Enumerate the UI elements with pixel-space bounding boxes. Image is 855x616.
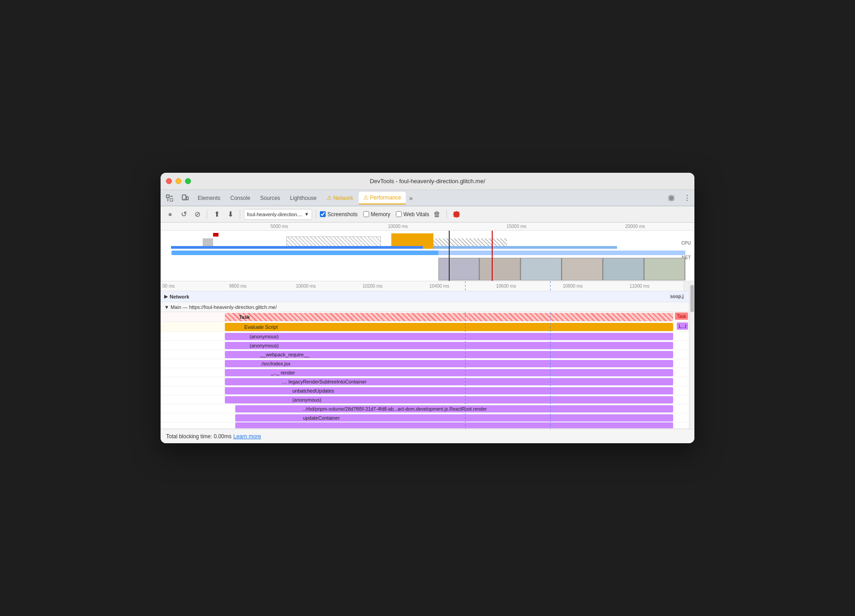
tab-actions: ⋮ [665,192,693,204]
flame-row-anon-1[interactable]: (anonymous) [161,332,694,341]
flame-row-eval[interactable]: Evaluate Script L...t [161,322,694,332]
svg-rect-5 [186,197,188,200]
more-vert-btn[interactable]: ⋮ [681,192,693,204]
capture-settings-button[interactable] [451,208,462,220]
ruler-marks: 5000 ms 10000 ms 15000 ms 20000 ms [161,224,694,229]
network-section-header[interactable]: ▶ Network soop.j [161,291,694,302]
clear-recordings-button[interactable]: 🗑 [431,208,443,220]
screenshots-checkbox[interactable] [320,211,326,217]
flame-row-reactroot[interactable]: ../rbd/pnpm-volume/28d7f85f-31d7-4fd8-ab… [161,404,694,413]
anon-bar-2 [225,342,673,349]
flame-row-anon-2[interactable]: (anonymous) [161,341,694,350]
settings-icon-btn[interactable] [665,192,677,204]
ruler-mark-0 [161,224,220,229]
vertical-scrollbar[interactable] [689,281,694,429]
flame-row-task[interactable]: Task Task [161,312,694,322]
webvitals-checkbox-label[interactable]: Web Vitals [396,211,429,218]
detail-area: 00 ms 9800 ms 10000 ms 10200 ms 10400 ms… [161,281,694,429]
net-blue-bar [171,246,423,249]
reload-button[interactable]: ↺ [178,208,190,220]
device-icon [181,194,189,202]
flame-row-webpack[interactable]: __webpack_require__ [161,350,694,359]
cpu-row [161,232,685,249]
tab-lighthouse[interactable]: Lighthouse [285,192,321,204]
traffic-lights [166,178,191,184]
task-bar [225,313,673,321]
flame-row-partial[interactable] [161,422,694,429]
screenshot-2 [480,258,520,280]
ruler-mark-5000: 5000 ms [220,224,338,229]
timeline-overview[interactable]: 5000 ms 10000 ms 15000 ms 20000 ms CPU N… [161,223,694,281]
url-selector[interactable]: foul-heavenly-direction.... ▼ [244,209,312,220]
net-row-light [438,251,685,255]
memory-checkbox[interactable] [363,211,369,217]
main-section-header[interactable]: ▼ Main — https://foul-heavenly-direction… [161,302,694,312]
svg-rect-3 [170,199,173,201]
record-button[interactable]: ● [164,208,176,220]
flame-row-render[interactable]: _.._ render [161,368,694,377]
flame-row-unbatched[interactable]: unbatchedUpdates [161,386,694,395]
task-badge: Task [675,313,688,320]
clear-button[interactable]: ⊘ [191,208,203,220]
timeline-cursor-red [492,231,493,281]
mark-9800ms: 9800 ms [228,284,294,289]
tab-elements[interactable]: Elements [193,192,225,204]
cpu-red-1 [213,233,218,237]
timeline-cursor-main [449,231,450,281]
eval-bar [225,323,673,331]
title-bar: DevTools - foul-heavenly-direction.glitc… [161,173,694,190]
download-button[interactable]: ⬇ [224,208,236,220]
screenshots-checkbox-label[interactable]: Screenshots [320,211,358,218]
mark-10600ms: 10600 ms [494,284,561,289]
screenshots-row [438,258,685,280]
memory-checkbox-label[interactable]: Memory [363,211,390,218]
detail-ruler-marks: 00 ms 9800 ms 10000 ms 10200 ms 10400 ms… [161,284,694,289]
close-button[interactable] [166,178,172,184]
screenshot-5 [603,258,644,280]
tab-network[interactable]: ⚠ Network [322,192,358,204]
upload-button[interactable]: ⬆ [211,208,223,220]
flame-rows: Task Task Evaluate Script L...t (anonymo… [161,312,694,429]
tab-inspect[interactable] [162,192,177,204]
screenshot-1 [438,258,479,280]
tab-device[interactable] [178,192,192,204]
mark-10200ms: 10200 ms [361,284,428,289]
webvitals-checkbox[interactable] [396,211,402,217]
tbt-text: Total blocking time: 0.00ms [166,433,232,440]
mark-10400ms: 10400 ms [428,284,494,289]
tab-performance[interactable]: ⚠ Performance [359,192,406,204]
toolbar: ● ↺ ⊘ ⬆ ⬇ foul-heavenly-direction.... ▼ … [161,206,694,223]
tab-sources[interactable]: Sources [256,192,285,204]
detail-vline-1 [465,281,466,291]
network-toggle-arrow[interactable]: ▶ [164,294,168,299]
scrollbar-thumb[interactable] [690,285,694,312]
screenshot-3 [521,258,561,280]
detail-ruler: 00 ms 9800 ms 10000 ms 10200 ms 10400 ms… [161,281,694,291]
flame-row-anon-nested[interactable]: (anonymous) [161,395,694,404]
maximize-button[interactable] [185,178,191,184]
minimize-button[interactable] [176,178,181,184]
src-bar [225,360,673,367]
net-light-bar [433,246,617,249]
toolbar-separator-4 [446,210,447,219]
detail-vline-2 [550,281,551,291]
learn-more-link[interactable]: Learn more [233,433,261,440]
tab-more-button[interactable]: » [407,194,416,202]
ruler-mark-10000: 10000 ms [338,224,457,229]
tab-console[interactable]: Console [226,192,255,204]
flame-row-updatecontainer[interactable]: updateContainer [161,413,694,422]
warning-icon-network: ⚠ [327,194,332,201]
status-bar: Total blocking time: 0.00ms Learn more [161,429,694,443]
mark-10000ms: 10000 ms [294,284,361,289]
screenshot-6 [644,258,685,280]
flame-row-src[interactable]: ./src/index.jsx [161,359,694,368]
ruler-mark-15000: 15000 ms [457,224,576,229]
timeline-ruler-top: 5000 ms 10000 ms 15000 ms 20000 ms [161,223,694,231]
mark-00ms: 00 ms [161,284,228,289]
overview-area[interactable]: CPU NET [161,231,694,281]
anon-bar-1 [225,333,673,340]
ruler-mark-20000: 20000 ms [576,224,694,229]
window-title: DevTools - foul-heavenly-direction.glitc… [370,178,485,185]
gear-icon [668,194,675,202]
flame-row-legacy[interactable]: .... legacyRenderSubtreeIntoContainer [161,377,694,386]
